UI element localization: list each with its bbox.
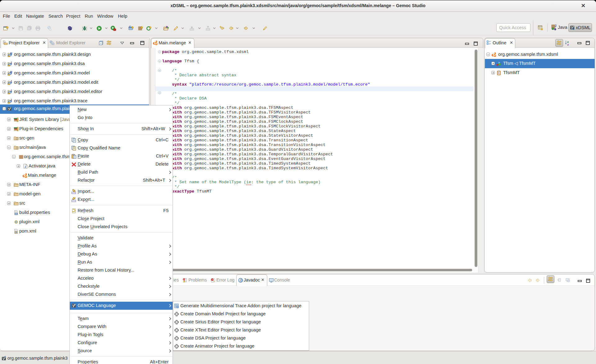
svg-text:z: z	[567, 42, 569, 46]
svg-text:Gˇ: Gˇ	[129, 26, 131, 27]
svg-text:J: J	[555, 24, 557, 28]
